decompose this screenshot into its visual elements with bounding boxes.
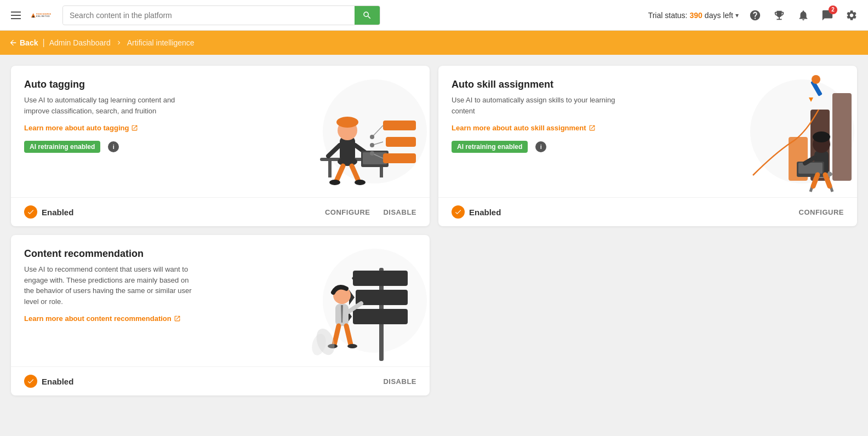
content-rec-learn-more[interactable]: Learn more about content recommendation [24, 314, 181, 323]
svg-point-30 [370, 151, 374, 156]
svg-text:FOOD SOURCE: FOOD SOURCE [36, 13, 52, 15]
back-button[interactable]: Back [9, 38, 38, 47]
disable-rec-button[interactable]: DISABLE [383, 377, 416, 386]
svg-rect-44 [798, 163, 823, 174]
search-button[interactable] [355, 6, 380, 25]
skill-actions: CONFIGURE [799, 208, 844, 216]
app-header: FOOD SOURCE UNLIMITED Trial status: 390 … [0, 0, 868, 31]
ai-retraining-badge-skill: AI retraining enabled [452, 141, 528, 153]
svg-point-29 [370, 143, 374, 147]
chevron-down-icon[interactable]: ▾ [735, 12, 739, 19]
auto-skill-desc: Use AI to automatically assign skills to… [452, 95, 627, 116]
svg-rect-7 [328, 161, 332, 177]
content-recommendation-card: Content recommendation Use AI to recomme… [11, 235, 430, 395]
main-content: Auto tagging Use AI to automatically tag… [0, 55, 868, 406]
auto-skill-card: Auto skill assignment Use AI to automati… [438, 66, 857, 226]
check-icon-skill [452, 205, 465, 219]
svg-rect-10 [340, 137, 355, 162]
auto-tagging-illustration [276, 66, 430, 197]
svg-point-21 [355, 180, 366, 185]
info-icon-skill[interactable]: i [535, 141, 546, 152]
svg-rect-24 [383, 153, 416, 163]
breadcrumb-chevron [115, 39, 123, 47]
messages-button[interactable]: 2 [820, 8, 835, 23]
settings-button[interactable] [844, 8, 859, 23]
ai-retraining-badge: AI retraining enabled [24, 141, 100, 153]
breadcrumb-admin[interactable]: Admin Dashboard [49, 38, 111, 47]
svg-text:UNLIMITED: UNLIMITED [36, 15, 50, 18]
external-link-icon-skill [589, 124, 596, 131]
enabled-status-rec: Enabled [24, 375, 73, 388]
messages-badge: 2 [829, 5, 837, 14]
svg-point-28 [370, 135, 374, 139]
enabled-label-skill: Enabled [469, 208, 501, 217]
configure-skill-button[interactable]: CONFIGURE [799, 208, 844, 216]
svg-rect-33 [832, 93, 852, 181]
svg-point-50 [812, 75, 820, 84]
svg-point-20 [329, 180, 340, 185]
bell-button[interactable] [796, 8, 811, 23]
enabled-status-tagging: Enabled [24, 205, 73, 219]
check-icon-rec [24, 375, 37, 388]
svg-rect-13 [339, 122, 356, 125]
external-link-icon-rec [174, 315, 181, 322]
enabled-label-rec: Enabled [42, 377, 73, 386]
header-right: Trial status: 390 days left ▾ 2 [648, 8, 859, 23]
trophy-button[interactable] [772, 8, 787, 23]
svg-line-18 [336, 166, 343, 181]
tagging-actions: CONFIGURE DISABLE [325, 208, 416, 216]
help-button[interactable] [747, 8, 763, 23]
search-icon [362, 10, 372, 20]
configure-tagging-button[interactable]: CONFIGURE [325, 208, 370, 216]
enabled-label-tagging: Enabled [42, 208, 73, 217]
content-rec-desc: Use AI to recommend content that users w… [24, 264, 199, 307]
logo[interactable]: FOOD SOURCE UNLIMITED [30, 4, 52, 26]
auto-skill-footer: Enabled CONFIGURE [438, 197, 857, 226]
rec-actions: DISABLE [383, 377, 416, 386]
external-link-icon [131, 124, 138, 131]
content-rec-illustration [276, 235, 430, 366]
trial-status: Trial status: 390 days left ▾ [648, 11, 739, 20]
auto-tagging-body: Auto tagging Use AI to automatically tag… [11, 66, 430, 197]
auto-skill-body: Auto skill assignment Use AI to automati… [438, 66, 857, 197]
enabled-status-skill: Enabled [452, 205, 501, 219]
auto-skill-learn-more[interactable]: Learn more about auto skill assignment [452, 124, 596, 132]
svg-rect-22 [383, 121, 416, 130]
svg-rect-53 [353, 271, 408, 286]
svg-rect-23 [386, 137, 416, 147]
svg-rect-55 [356, 290, 408, 305]
auto-tagging-desc: Use AI to automatically tag learning con… [24, 95, 199, 116]
content-rec-footer: Enabled DISABLE [11, 366, 430, 395]
auto-skill-illustration [704, 66, 857, 197]
breadcrumb-current: Artificial intelligence [127, 38, 195, 47]
svg-point-66 [347, 344, 357, 348]
hamburger-menu[interactable] [9, 9, 23, 21]
info-icon-tagging[interactable]: i [108, 141, 119, 152]
svg-point-42 [813, 131, 830, 142]
disable-tagging-button[interactable]: DISABLE [383, 208, 416, 216]
auto-tagging-card: Auto tagging Use AI to automatically tag… [11, 66, 430, 226]
auto-tagging-footer: Enabled CONFIGURE DISABLE [11, 197, 430, 226]
search-bar [62, 5, 380, 25]
search-input[interactable] [63, 7, 355, 24]
auto-tagging-learn-more[interactable]: Learn more about auto tagging [24, 124, 138, 132]
content-recommendation-body: Content recommendation Use AI to recomme… [11, 235, 430, 366]
check-icon-tagging [24, 205, 37, 219]
svg-rect-57 [353, 309, 408, 324]
breadcrumb: Back | Admin Dashboard Artificial intell… [0, 31, 868, 55]
